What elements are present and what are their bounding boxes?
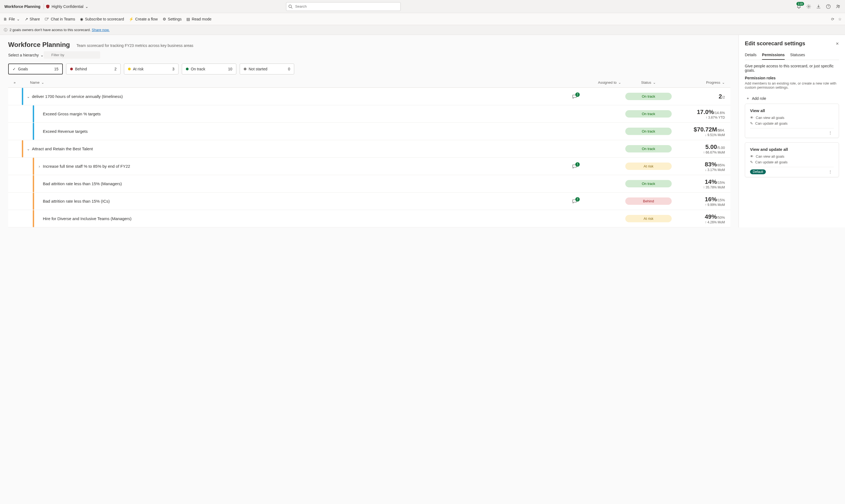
status-pill: At risk — [625, 215, 672, 222]
svg-point-5 — [837, 5, 838, 6]
role-card[interactable]: View all 👁Can view all goals ✎Can update… — [745, 104, 839, 138]
star-icon[interactable]: ☆ — [838, 17, 842, 21]
panel-title: Edit scorecard settings — [745, 40, 805, 47]
help-icon[interactable]: ? — [826, 4, 831, 9]
status-pill: On track — [625, 93, 672, 100]
tab-details[interactable]: Details — [745, 51, 757, 60]
status-chip-at-risk[interactable]: At risk3 — [124, 64, 178, 74]
column-progress[interactable]: Progress ⌄ — [676, 80, 730, 85]
expand-icon[interactable]: › — [36, 164, 43, 168]
chevron-down-icon: ⌄ — [40, 53, 44, 57]
sensitivity-dropdown[interactable]: Highly Confidential ⌄ — [46, 4, 88, 9]
chevron-down-icon: ⌄ — [85, 4, 88, 9]
read-mode-button[interactable]: ▤Read mode — [187, 17, 211, 21]
expand-icon[interactable]: ⌄ — [25, 147, 32, 151]
goal-row[interactable]: Bad attrition rate less than 15% (ICs) 2… — [8, 193, 730, 210]
goal-row[interactable]: Bad attrition rate less than 15% (Manage… — [8, 175, 730, 193]
select-hierarchy-dropdown[interactable]: Select a hierarchy ⌄ — [8, 53, 44, 57]
eye-icon: 👁 — [750, 155, 754, 159]
create-flow-button[interactable]: ⚡Create a flow — [129, 17, 158, 21]
chevron-down-icon: ⌄ — [17, 17, 20, 21]
svg-point-2 — [808, 6, 809, 7]
comment-count: 2 — [575, 197, 580, 201]
goal-row[interactable]: › Increase full time staff % to 85% by e… — [8, 158, 730, 175]
notifications-button[interactable]: 119 — [796, 4, 801, 9]
status-dot — [70, 68, 73, 70]
page-title: Workforce Planning — [8, 41, 70, 49]
status-chip-not-started[interactable]: Not started0 — [240, 64, 294, 74]
settings-icon[interactable] — [806, 4, 811, 9]
main-content: Workforce Planning Team scorecard for tr… — [0, 35, 739, 228]
chip-label: Goals — [18, 67, 28, 71]
category-bar — [33, 175, 34, 192]
more-icon[interactable]: ⋮ — [827, 131, 834, 135]
filter-input[interactable] — [44, 51, 100, 59]
info-icon: ⓘ — [4, 28, 7, 33]
column-name[interactable]: Name ⌄ — [30, 80, 572, 85]
page-description: Team scorecard for tracking FY23 metrics… — [76, 43, 193, 48]
command-bar: 🗎File⌄ ↗Share Chat in Teams ◉Subscribe t… — [0, 13, 845, 25]
default-badge: Default — [750, 169, 766, 174]
shield-icon — [46, 4, 50, 9]
comment-count: 2 — [575, 92, 580, 97]
teams-icon — [45, 17, 49, 21]
chevron-down-icon: ⌄ — [618, 80, 621, 85]
comment-count: 1 — [575, 162, 580, 167]
tab-permissions[interactable]: Permissions — [762, 51, 785, 60]
progress-value: 83%/85% ↓ 3.17% MoM — [676, 161, 730, 172]
search-box[interactable] — [286, 2, 401, 11]
subscribe-button[interactable]: ◉Subscribe to scorecard — [80, 17, 124, 21]
chip-count: 10 — [228, 67, 232, 71]
status-dot — [128, 68, 131, 70]
notification-badge: 119 — [796, 2, 804, 6]
refresh-icon[interactable]: ⟳ — [831, 17, 834, 21]
goal-row[interactable]: ⌄ deliver 1700 hours of service annually… — [8, 88, 730, 105]
expand-icon[interactable]: ⌄ — [25, 94, 32, 99]
file-menu[interactable]: 🗎File⌄ — [3, 17, 20, 21]
status-chip-behind[interactable]: Behind2 — [66, 64, 121, 74]
chip-count: 2 — [115, 67, 117, 71]
comment-icon[interactable]: 1 — [572, 164, 583, 169]
category-bar — [33, 105, 34, 123]
add-role-button[interactable]: ＋ Add role — [745, 93, 839, 104]
status-chip-goals[interactable]: ✓Goals15 — [8, 64, 63, 74]
progress-value: 49%/50% ↑ 4.26% MoM — [676, 213, 730, 224]
role-title: View all — [750, 108, 834, 113]
close-icon[interactable]: ✕ — [836, 41, 839, 46]
goal-name: Hire for Diverse and Inclusive Teams (Ma… — [43, 214, 572, 223]
expand-all-icon[interactable]: » — [14, 80, 30, 85]
svg-point-8 — [48, 18, 49, 19]
settings-button[interactable]: ⚙Settings — [163, 17, 182, 21]
goals-table: ⌄ deliver 1700 hours of service annually… — [8, 88, 730, 228]
download-icon[interactable] — [816, 4, 821, 9]
chat-teams-button[interactable]: Chat in Teams — [45, 17, 75, 21]
role-card[interactable]: View and update all 👁Can view all goals … — [745, 142, 839, 177]
goal-row[interactable]: Exceed Revenue targets On track $70.72M/… — [8, 123, 730, 140]
chevron-down-icon: ⌄ — [722, 80, 725, 85]
share-button[interactable]: ↗Share — [25, 17, 40, 21]
people-icon[interactable] — [836, 4, 841, 9]
tab-statuses[interactable]: Statuses — [790, 51, 805, 60]
status-chip-on-track[interactable]: On track10 — [182, 64, 236, 74]
comment-icon[interactable]: 2 — [572, 199, 583, 204]
column-status[interactable]: Status ⌄ — [621, 80, 676, 85]
comment-icon[interactable]: 2 — [572, 94, 583, 99]
progress-value: 16%/15% ↑ 9.99% MoM — [676, 196, 730, 207]
status-chips: ✓Goals15Behind2At risk3On track10Not sta… — [8, 64, 730, 74]
more-icon[interactable]: ⋮ — [827, 169, 834, 174]
search-icon — [288, 4, 293, 9]
permission-line: 👁Can view all goals — [750, 115, 834, 120]
svg-line-1 — [291, 7, 292, 8]
column-assigned[interactable]: Assigned to ⌄ — [572, 80, 621, 85]
goal-row[interactable]: ⌄ Attract and Retain the Best Talent On … — [8, 140, 730, 158]
goal-name: Exceed Revenue targets — [43, 126, 572, 137]
search-input[interactable] — [286, 2, 401, 11]
info-bar: ⓘ 2 goals owners don't have access to th… — [0, 25, 845, 35]
goal-row[interactable]: Exceed Gross margin % targets On track 1… — [8, 105, 730, 123]
share-now-link[interactable]: Share now. — [92, 28, 109, 32]
gear-icon: ⚙ — [163, 17, 166, 21]
progress-value: $70.72M/$64. ↓ 9.51% MoM — [676, 126, 730, 137]
category-bar — [33, 210, 34, 227]
goal-row[interactable]: Hire for Diverse and Inclusive Teams (Ma… — [8, 210, 730, 228]
goal-name: Attract and Retain the Best Talent — [32, 144, 572, 154]
